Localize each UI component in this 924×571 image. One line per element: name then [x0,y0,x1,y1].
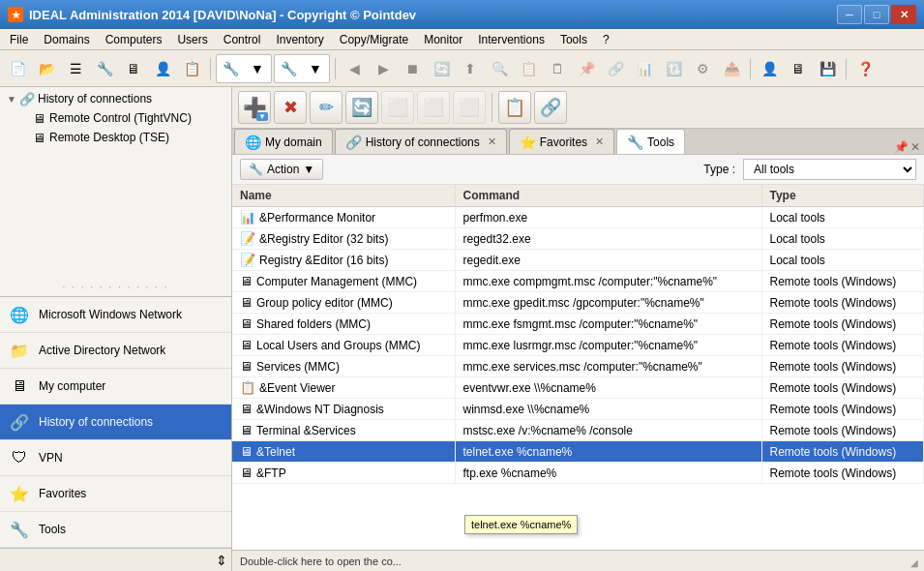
tab-opt-pin[interactable]: 📌 [894,140,909,154]
menu-monitor[interactable]: Monitor [416,29,470,49]
tools-table[interactable]: Name Command Type 📊&Performance Monitor … [232,185,924,550]
tab-history-close[interactable]: ✕ [488,135,496,148]
favorites-icon: ⭐ [8,482,31,505]
tab-favorites[interactable]: ⭐ Favorites ✕ [509,129,614,154]
toolbar-fwd[interactable]: ▶ [370,55,397,82]
toolbar-new[interactable]: 📄 [4,55,31,82]
menu-control[interactable]: Control [216,29,269,49]
table-row[interactable]: 🖥Local Users and Groups (MMC) mmc.exe lu… [232,335,924,356]
toolbar-grp-btn2[interactable]: ▼ [244,55,271,82]
toolbar-save[interactable]: 💾 [814,55,841,82]
cell-name: 📝&Registry Editor (32 bits) [232,228,455,250]
toolbar-list[interactable]: ☰ [62,55,89,82]
menu-inventory[interactable]: Inventory [268,29,331,49]
cell-command: telnet.exe %cname% [455,441,761,463]
toolbar-b13[interactable]: ⚙ [689,55,716,82]
toolbar-icon2[interactable]: 👤 [149,55,176,82]
toolbar-ref[interactable]: 🔄 [428,55,455,82]
tree-item-history[interactable]: ▼ 🔗 History of connections [0,89,231,108]
menu-interventions[interactable]: Interventions [470,29,552,49]
menu-tools[interactable]: Tools [552,29,595,49]
menu-users[interactable]: Users [169,29,215,49]
toolbar-b10[interactable]: 🔗 [602,55,629,82]
tab-mydomain-icon: 🌐 [245,135,261,150]
toolbar-b11[interactable]: 📊 [631,55,658,82]
toolbar-user[interactable]: 👤 [756,55,783,82]
action-icon: 🔧 [249,163,263,176]
toolbar-grp-btn1[interactable]: 🔧 [217,55,244,82]
toolbar-settings[interactable]: 🔧 [91,55,118,82]
tree-item-tightvnc[interactable]: 🖥 Remote Control (TightVNC) [0,108,231,128]
sidebar-item-history[interactable]: 🔗 History of connections [0,405,231,440]
toolbar-b14[interactable]: 📤 [718,55,745,82]
tree-item-tse[interactable]: 🖥 Remote Desktop (TSE) [0,128,231,147]
toolbar-open[interactable]: 📂 [33,55,60,82]
toolbar-search[interactable]: 🔍 [486,55,513,82]
toolbar-b9[interactable]: 📌 [573,55,600,82]
toolbar-b12[interactable]: 🔃 [660,55,687,82]
menu-help[interactable]: ? [595,29,617,49]
toolbar-icon1[interactable]: 🖥 [120,55,147,82]
sidebar-item-tools[interactable]: 🔧 Tools [0,512,231,548]
menu-domains[interactable]: Domains [36,29,97,49]
link-button[interactable]: 🔗 [534,91,567,124]
sidebar-item-mswindows[interactable]: 🌐 Microsoft Windows Network [0,297,231,333]
table-row[interactable]: 📝&Registry Editor (32 bits) regedt32.exe… [232,228,924,250]
toolbar-grp2-btn1[interactable]: 🔧 [275,55,302,82]
action-button[interactable]: 🔧 Action ▼ [240,159,323,180]
tab-opt-close[interactable]: ✕ [910,140,920,154]
sidebar-item-mycomputer[interactable]: 🖥 My computer [0,369,231,405]
copy-button[interactable]: 📋 [498,91,531,124]
delete-button[interactable]: ✖ [274,91,307,124]
sidebar-bottom: ⇕ [0,548,231,571]
table-row[interactable]: 🖥Shared folders (MMC) mmc.exe fsmgmt.msc… [232,314,924,335]
tab-favorites-close[interactable]: ✕ [595,135,604,148]
sidebar-item-favorites[interactable]: ⭐ Favorites [0,476,231,512]
toolbar-grp2-btn2[interactable]: ▼ [302,55,329,82]
tab-history[interactable]: 🔗 History of connections ✕ [335,129,507,154]
sidebar-tree[interactable]: ▼ 🔗 History of connections 🖥 Remote Cont… [0,87,231,278]
table-row[interactable]: 📝Registry &Editor (16 bits) regedit.exe … [232,250,924,271]
toolbar-b8[interactable]: 🗒 [544,55,571,82]
add-button[interactable]: ➕ ▼ [238,91,271,124]
cell-type: Remote tools (Windows) [761,292,924,314]
tree-expand-icon[interactable]: ▼ [4,94,19,105]
minimize-button[interactable]: ─ [837,5,862,24]
sidebar-item-ad[interactable]: 📁 Active Directory Network [0,333,231,369]
tab-mydomain[interactable]: 🌐 My domain [234,129,333,154]
refresh-button[interactable]: 🔄 [345,91,378,124]
table-row[interactable]: 🖥Group policy editor (MMC) mmc.exe gpedi… [232,292,924,314]
close-button[interactable]: ✕ [891,5,916,24]
expand-icon[interactable]: ⇕ [216,553,227,568]
col-name: Name [232,185,455,207]
mycomputer-icon: 🖥 [8,375,31,398]
resize-handle[interactable]: ◢ [910,557,924,571]
table-row[interactable]: 🖥Terminal &Services mstsc.exe /v:%cname%… [232,420,924,441]
menu-copy-migrate[interactable]: Copy/Migrate [332,29,416,49]
menu-file[interactable]: File [2,29,36,49]
cell-type: Remote tools (Windows) [761,441,924,463]
table-row[interactable]: 🖥Computer Management (MMC) mmc.exe compm… [232,271,924,292]
menu-computers[interactable]: Computers [98,29,170,49]
table-row[interactable]: 📋&Event Viewer eventvwr.exe \\%cname% Re… [232,377,924,399]
toolbar-b7[interactable]: 📋 [515,55,542,82]
action-dropdown-icon: ▼ [303,163,314,176]
maximize-button[interactable]: □ [864,5,889,24]
toolbar-sep1 [210,58,211,79]
edit-button[interactable]: ✏ [310,91,343,124]
table-row[interactable]: 🖥Services (MMC) mmc.exe services.msc /co… [232,356,924,377]
toolbar-help[interactable]: ❓ [851,55,879,82]
cell-name: 📝Registry &Editor (16 bits) [232,250,455,271]
table-row[interactable]: 📊&Performance Monitor perfmon.exe Local … [232,207,924,228]
toolbar-icon3[interactable]: 📋 [178,55,205,82]
table-row[interactable]: 🖥&Windows NT Diagnosis winmsd.exe \\%cna… [232,399,924,420]
sidebar-item-vpn[interactable]: 🛡 VPN [0,440,231,476]
toolbar-back[interactable]: ◀ [341,55,368,82]
tab-tools[interactable]: 🔧 Tools [616,129,685,154]
toolbar-up[interactable]: ⬆ [457,55,484,82]
table-row[interactable]: 🖥&Telnet telnet.exe %cname% Remote tools… [232,441,924,463]
type-select[interactable]: All tools Local tools Remote tools (Wind… [743,159,916,180]
toolbar-net[interactable]: 🖥 [785,55,812,82]
table-row[interactable]: 🖥&FTP ftp.exe %cname% Remote tools (Wind… [232,463,924,484]
toolbar-stop[interactable]: ⏹ [399,55,426,82]
